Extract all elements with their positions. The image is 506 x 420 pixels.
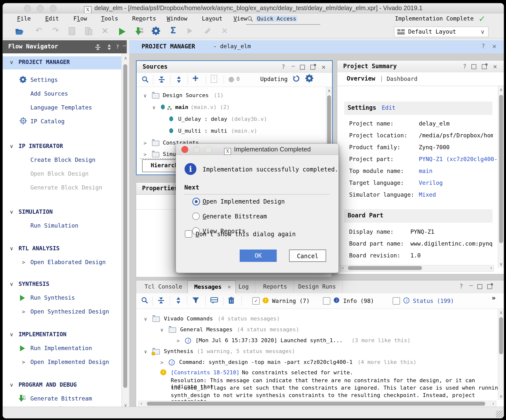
sidebar-item-language-templates[interactable]: Language Templates	[30, 104, 92, 111]
sidebar-item-run-simulation[interactable]: Run Simulation	[30, 222, 78, 229]
close-icon[interactable]: ×	[321, 63, 326, 71]
chevron-closed-icon[interactable]: >	[144, 140, 147, 146]
chevron-open-icon[interactable]: ∨	[10, 143, 13, 149]
filter-status-label[interactable]: Status (199)	[413, 298, 454, 304]
chevron-open-icon[interactable]: ∨	[10, 59, 13, 65]
help-icon[interactable]: ?	[282, 63, 285, 70]
minimize-icon[interactable]: —	[292, 63, 295, 69]
trash-icon[interactable]	[228, 297, 234, 304]
chevron-open-icon[interactable]: ∨	[144, 349, 147, 355]
tab-overview[interactable]: Overview	[347, 75, 375, 82]
sidebar-scrollbar[interactable]: ∧ ∨	[122, 53, 129, 410]
chevron-open-icon[interactable]: ∨	[160, 327, 163, 333]
summary-vertical-scrollbar[interactable]: ∧ ∨	[498, 86, 504, 268]
chevron-open-icon[interactable]: ∨	[152, 105, 155, 110]
scroll-up-icon[interactable]: ∧	[326, 88, 332, 93]
ok-button[interactable]: OK	[240, 250, 277, 262]
sidebar-item-create-block-design[interactable]: Create Block Design	[30, 157, 95, 163]
maximize-icon[interactable]	[300, 64, 305, 71]
chevron-open-icon[interactable]: ∨	[144, 93, 147, 99]
redo-icon[interactable]: ↷	[51, 26, 60, 35]
section-simulation[interactable]: SIMULATION	[19, 209, 53, 215]
scroll-left-icon[interactable]: ‹	[341, 265, 344, 271]
menu-tools[interactable]: Tools	[101, 15, 118, 22]
add-sources-icon[interactable]: +	[192, 72, 198, 84]
close-tab-icon[interactable]: ×	[228, 281, 231, 293]
maximize-icon[interactable]	[477, 284, 482, 291]
dont-show-again-checkbox[interactable]	[185, 230, 192, 238]
constraints-link[interactable]: [Constraints 18-5210]	[171, 369, 239, 376]
message-row-synth-command[interactable]: > i Command: synth_design -top main -par…	[136, 357, 504, 368]
scroll-right-icon[interactable]: ›	[490, 265, 493, 271]
scrollbar-thumb[interactable]	[147, 402, 485, 406]
menu-file[interactable]: File	[17, 15, 31, 22]
settings-edit-link[interactable]: Edit	[382, 105, 395, 111]
chevron-open-icon[interactable]: ∨	[10, 332, 13, 337]
filter-warning-checkbox[interactable]: ✓	[252, 297, 260, 305]
collapse-all-icon[interactable]	[158, 76, 165, 83]
dont-show-again-label[interactable]: Don't show this dialog again	[196, 231, 296, 238]
quick-access-search[interactable]: Quick Access	[246, 14, 320, 25]
menu-flow[interactable]: Flow	[73, 15, 87, 22]
scroll-left-icon[interactable]: ‹	[140, 400, 143, 406]
value-simulator-language[interactable]: Mixed	[419, 191, 436, 198]
section-project-manager[interactable]: PROJECT MANAGER	[19, 59, 70, 65]
collapse-all-icon[interactable]	[157, 297, 165, 304]
filter-icon[interactable]	[192, 297, 199, 304]
float-icon[interactable]	[487, 284, 492, 291]
cancel-button[interactable]: Cancel	[289, 250, 326, 262]
tree-row-main[interactable]: ∨ main (main.v) (2)	[137, 102, 332, 113]
value-project-part[interactable]: PYNQ-Z1 (xc7z020clg400-1)	[419, 156, 504, 162]
radio-open-implemented-design-label[interactable]: Open Implemented Design	[203, 198, 285, 205]
tree-row-u-multi[interactable]: U_multi : multi (main.v)	[137, 126, 332, 137]
close-icon[interactable]: ×	[492, 42, 496, 50]
open-project-icon[interactable]	[15, 27, 24, 36]
radio-open-implemented-design[interactable]	[192, 198, 200, 206]
copy-icon[interactable]	[67, 27, 76, 36]
tab-reports[interactable]: Reports	[257, 280, 294, 293]
refresh-icon[interactable]	[293, 75, 300, 82]
chevron-open-icon[interactable]: ∨	[10, 281, 13, 287]
scroll-down-icon[interactable]: ∨	[498, 394, 504, 399]
message-row-synthesis[interactable]: ∨ Synthesis (1 warning, 5 status message…	[136, 347, 504, 357]
dialog-close-button[interactable]	[181, 146, 188, 153]
tab-messages[interactable]: Messages ×	[188, 280, 236, 293]
section-program-and-debug[interactable]: PROGRAM AND DEBUG	[19, 381, 77, 388]
scroll-down-icon[interactable]: ∨	[498, 261, 504, 267]
overflow-icon[interactable]: »	[492, 294, 496, 302]
message-row-launched-synth[interactable]: > i [Mon Jul 6 15:37:33 2020] Launched s…	[136, 336, 504, 346]
tab-design-runs[interactable]: Design Runs	[292, 280, 342, 293]
float-icon[interactable]	[310, 64, 315, 71]
float-icon[interactable]	[482, 64, 487, 71]
value-top-module[interactable]: main	[419, 168, 432, 174]
delete-icon[interactable]: ×	[101, 25, 109, 34]
scroll-up-icon[interactable]: ∧	[498, 87, 504, 92]
resize-grip[interactable]	[496, 411, 503, 418]
section-synthesis[interactable]: SYNTHESIS	[19, 281, 49, 287]
tree-row-design-sources[interactable]: ∨ Design Sources (1)	[137, 90, 332, 102]
minimize-icon[interactable]: —	[469, 282, 473, 289]
comment-icon[interactable]	[210, 297, 218, 304]
help-icon[interactable]: ?	[463, 63, 466, 70]
chevron-closed-icon[interactable]: >	[177, 338, 180, 344]
section-rtl-analysis[interactable]: RTL ANALYSIS	[19, 245, 60, 252]
maximize-icon[interactable]	[471, 64, 476, 71]
scroll-up-icon[interactable]: ∧	[498, 310, 504, 315]
scrollbar-thumb[interactable]	[499, 95, 503, 243]
radio-generate-bitstream-label[interactable]: Generate Bitstream	[203, 213, 267, 220]
chevron-open-icon[interactable]: ∨	[10, 382, 13, 388]
scroll-up-icon[interactable]: ∧	[122, 55, 129, 61]
expand-all-icon[interactable]	[175, 297, 182, 304]
tab-tcl-console[interactable]: Tcl Console	[138, 280, 189, 293]
summary-horizontal-scrollbar[interactable]: ‹ ›	[340, 265, 494, 272]
scrollbar-thumb[interactable]	[348, 266, 422, 270]
tree-row-u-delay[interactable]: U_delay : delay (delay3b.v)	[137, 114, 332, 125]
section-implementation[interactable]: IMPLEMENTATION	[19, 331, 66, 337]
message-row-constraints-warning[interactable]: ! [Constraints 18-5210] No constraints s…	[136, 368, 504, 377]
expand-all-icon[interactable]	[175, 76, 183, 83]
message-row-vivado-commands[interactable]: ∨ Vivado Commands (4 status messages)	[136, 314, 504, 324]
help-icon[interactable]: ?	[116, 44, 119, 50]
help-icon[interactable]: ?	[460, 283, 463, 290]
messages-horizontal-scrollbar[interactable]: ‹ ›	[138, 401, 496, 407]
chevron-open-icon[interactable]: ∨	[10, 209, 13, 215]
